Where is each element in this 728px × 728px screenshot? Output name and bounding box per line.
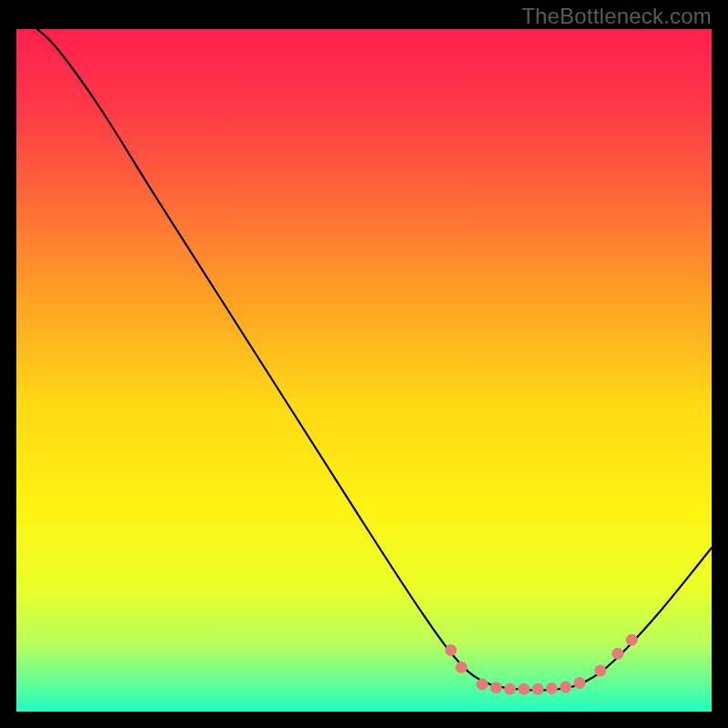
highlight-point: [532, 683, 544, 695]
highlight-point: [518, 683, 530, 695]
highlight-point: [573, 677, 585, 689]
highlight-point: [455, 662, 467, 673]
highlight-point: [612, 648, 623, 660]
highlight-point: [546, 682, 558, 694]
highlight-point: [594, 665, 606, 677]
highlight-point: [626, 634, 638, 646]
highlight-point: [504, 683, 516, 695]
highlight-point: [560, 682, 571, 693]
highlight-point: [445, 644, 457, 656]
gradient-background: [16, 29, 712, 712]
chart-frame: TheBottleneck.com: [0, 0, 728, 728]
chart-svg: [16, 29, 712, 712]
highlight-point: [490, 682, 502, 693]
highlight-point: [476, 679, 488, 691]
watermark-text: TheBottleneck.com: [521, 4, 712, 29]
chart-plot-area: [16, 29, 712, 712]
